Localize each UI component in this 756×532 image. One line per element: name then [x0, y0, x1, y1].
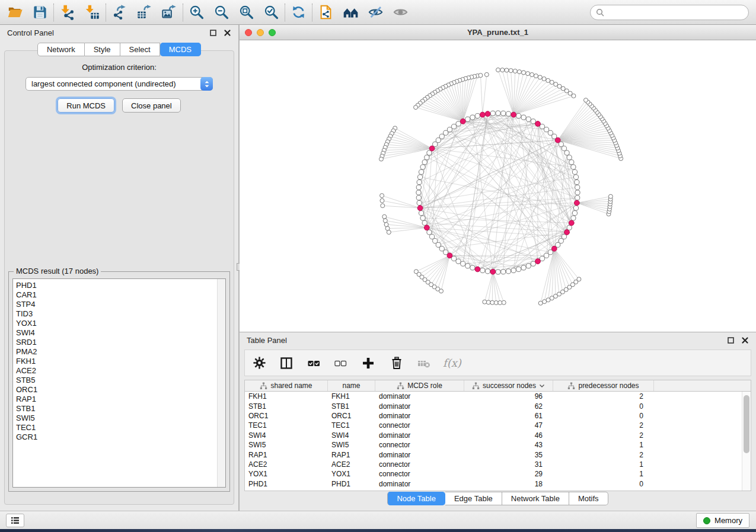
column-header-successor-nodes[interactable]: successor nodes: [464, 380, 553, 391]
table-scrollbar[interactable]: [742, 392, 751, 491]
table-row[interactable]: SWI5SWI5connector431: [245, 440, 751, 450]
close-panel-button[interactable]: Close panel: [122, 98, 181, 113]
cell-mcds-role: dominator: [375, 479, 464, 489]
mcds-result-item[interactable]: STP4: [16, 300, 225, 309]
table-row[interactable]: YOX1YOX1connector291: [245, 469, 751, 479]
show-graphics-details-icon[interactable]: [393, 4, 409, 20]
float-panel-icon[interactable]: [727, 336, 735, 344]
column-header-shared-name[interactable]: shared name: [245, 380, 328, 391]
add-column-icon[interactable]: [361, 356, 375, 370]
close-panel-icon[interactable]: [224, 29, 231, 37]
close-panel-icon[interactable]: [741, 336, 749, 344]
mcds-node: [564, 230, 570, 235]
export-image-icon[interactable]: [161, 4, 177, 20]
window-minimize-icon[interactable]: [257, 29, 264, 36]
zoom-in-icon[interactable]: [189, 4, 205, 20]
table-row[interactable]: FKH1FKH1dominator962: [245, 392, 751, 401]
network-canvas[interactable]: [240, 40, 756, 332]
save-session-icon[interactable]: [32, 4, 48, 20]
table-row[interactable]: RAP1RAP1dominator352: [245, 450, 751, 459]
table-row[interactable]: STB1STB1dominator620: [245, 401, 751, 411]
mcds-result-item[interactable]: GCR1: [16, 432, 225, 442]
network-node: [516, 113, 521, 118]
table-row[interactable]: ACE2ACE2connector311: [245, 460, 751, 469]
open-session-icon[interactable]: [7, 4, 23, 20]
cell-predecessor-nodes: 2: [553, 450, 654, 459]
mcds-result-item[interactable]: TID3: [16, 309, 225, 319]
table-row[interactable]: ORC1ORC1dominator610: [245, 411, 751, 421]
table-row[interactable]: TEC1TEC1connector472: [245, 421, 751, 430]
window-close-icon[interactable]: [245, 29, 252, 36]
mcds-node: [485, 111, 490, 117]
mcds-result-item[interactable]: ORC1: [16, 385, 225, 395]
zoom-out-icon[interactable]: [213, 4, 229, 20]
application-window: Control Panel NetworkStyleSelectMCDS Opt…: [0, 0, 756, 532]
network-node: [465, 117, 470, 121]
column-header-mcds-role[interactable]: MCDS role: [375, 380, 464, 391]
table-row[interactable]: SWI4SWI4dominator462: [245, 431, 751, 440]
network-node: [417, 200, 422, 205]
tab-network[interactable]: Network: [37, 43, 85, 56]
show-column-icon[interactable]: [279, 356, 294, 370]
delete-column-icon[interactable]: [390, 356, 404, 370]
list-scrollbar[interactable]: [217, 279, 225, 487]
network-node: [509, 69, 513, 73]
new-network-file-icon[interactable]: [318, 4, 334, 20]
search-input[interactable]: [607, 8, 743, 17]
tab-mcds[interactable]: MCDS: [160, 43, 201, 56]
mcds-result-item[interactable]: PMA2: [16, 347, 225, 357]
optimization-select[interactable]: largest connected component (undirected): [25, 77, 213, 91]
network-node: [567, 225, 572, 230]
deselect-all-icon[interactable]: [333, 356, 348, 370]
network-node: [456, 259, 461, 264]
import-network-icon[interactable]: [59, 4, 75, 20]
hide-graphics-details-icon[interactable]: [368, 4, 384, 20]
network-node: [516, 267, 521, 271]
refresh-icon[interactable]: [291, 4, 307, 20]
table-options-gear-icon[interactable]: [253, 356, 266, 370]
network-node: [562, 234, 566, 239]
select-all-icon[interactable]: [307, 356, 321, 370]
find-network-icon[interactable]: [343, 4, 359, 20]
mcds-result-item[interactable]: RAP1: [16, 395, 225, 404]
tab-node-table[interactable]: Node Table: [387, 492, 445, 505]
tab-edge-table[interactable]: Edge Table: [445, 492, 502, 505]
mcds-result-item[interactable]: STB1: [16, 404, 225, 414]
mcds-result-item[interactable]: PHD1: [16, 281, 225, 290]
export-table-icon[interactable]: [136, 4, 152, 20]
mcds-result-item[interactable]: STB5: [16, 376, 225, 385]
export-network-icon[interactable]: [111, 4, 127, 20]
memory-button[interactable]: Memory: [696, 513, 749, 528]
network-node: [439, 246, 444, 251]
table-panel-header: Table Panel: [240, 332, 756, 348]
mcds-result-item[interactable]: FKH1: [16, 357, 225, 366]
tab-motifs[interactable]: Motifs: [569, 492, 608, 505]
network-node: [522, 70, 526, 75]
float-panel-icon[interactable]: [209, 29, 217, 37]
table-row[interactable]: PHD1PHD1dominator180: [245, 479, 751, 489]
mcds-result-item[interactable]: SRD1: [16, 338, 225, 347]
toolbar-separator: [106, 4, 106, 21]
mcds-result-item[interactable]: YOX1: [16, 319, 225, 328]
network-node: [419, 169, 423, 174]
run-mcds-button[interactable]: Run MCDS: [58, 98, 114, 113]
column-header-name[interactable]: name: [328, 380, 375, 391]
task-history-button[interactable]: [6, 514, 24, 527]
mcds-result-item[interactable]: CAR1: [16, 290, 225, 300]
control-panel-title: Control Panel: [7, 28, 54, 37]
tab-style[interactable]: Style: [85, 43, 120, 56]
import-table-icon[interactable]: [84, 4, 100, 20]
window-maximize-icon[interactable]: [269, 29, 276, 36]
column-header-predecessor-nodes[interactable]: predecessor nodes: [553, 380, 654, 391]
scrollbar-thumb[interactable]: [744, 395, 749, 453]
zoom-selected-icon[interactable]: [263, 4, 279, 20]
tab-network-table[interactable]: Network Table: [502, 492, 569, 505]
network-node: [575, 185, 580, 190]
mcds-result-item[interactable]: ACE2: [16, 366, 225, 376]
mcds-result-item[interactable]: SWI5: [16, 414, 225, 423]
zoom-fit-icon[interactable]: [238, 4, 254, 20]
network-node: [567, 155, 572, 160]
mcds-result-item[interactable]: TEC1: [16, 423, 225, 432]
tab-select[interactable]: Select: [120, 43, 160, 56]
mcds-result-item[interactable]: SWI4: [16, 328, 225, 338]
